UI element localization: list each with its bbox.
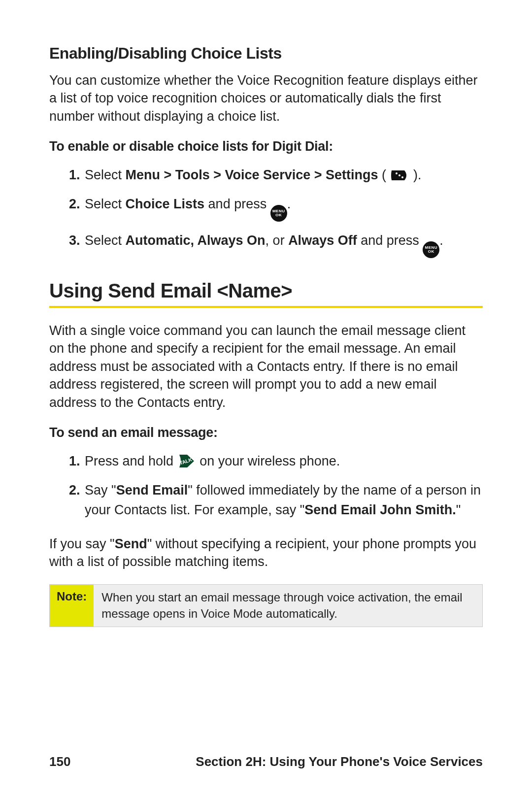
step-1: 1. Select Menu > Tools > Voice Service >… [69,165,483,185]
note-box: Note: When you start an email message th… [49,584,483,627]
svg-point-2 [401,176,403,178]
section-title: Section 2H: Using Your Phone's Voice Ser… [196,754,483,769]
page-number: 150 [49,754,70,769]
step-3: 3. Select Automatic, Always On, or Alway… [69,231,483,258]
menu-ok-icon: MENUOK [270,205,287,222]
note-label: Note: [50,585,94,627]
page-footer: 150 Section 2H: Using Your Phone's Voice… [49,754,483,769]
manual-page: Enabling/Disabling Choice Lists You can … [0,0,532,798]
note-text: When you start an email message through … [94,585,482,627]
step-2: 2. Select Choice Lists and press MENUOK. [69,194,483,222]
step-2: 2. Say "Send Email" followed immediately… [69,480,483,520]
para-send-fallback: If you say "Send" without specifying a r… [49,535,483,571]
para-choice-lists: You can customize whether the Voice Reco… [49,71,483,125]
heading-choice-lists: Enabling/Disabling Choice Lists [49,44,483,63]
step-1: 1. Press and hold TALK on your wireless … [69,451,483,471]
steps-choice-lists: 1. Select Menu > Tools > Voice Service >… [49,165,483,258]
lead-send-email: To send an email message: [49,425,483,440]
svg-point-0 [396,172,398,174]
para-send-email: With a single voice command you can laun… [49,322,483,411]
svg-point-1 [399,174,400,176]
heading-send-email: Using Send Email <Name> [49,280,483,302]
section-divider [49,306,483,308]
lead-digit-dial: To enable or disable choice lists for Di… [49,139,483,154]
steps-send-email: 1. Press and hold TALK on your wireless … [49,451,483,520]
talk-icon: TALK [177,453,196,469]
menu-ok-icon: MENUOK [423,241,439,258]
settings-icon [390,168,409,182]
